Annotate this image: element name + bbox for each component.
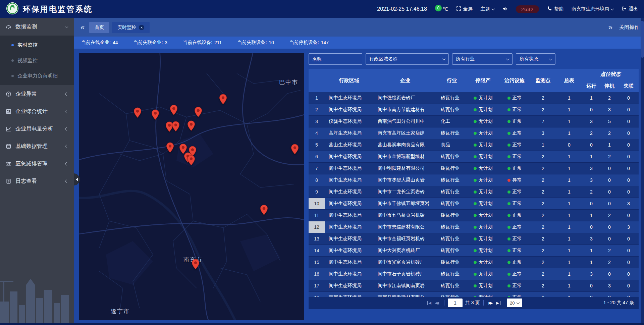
table-row[interactable]: 12阆中生态环境局阆中市忠信建材有限公砖瓦行业无计划正常21003 [309,221,639,233]
map-pin[interactable] [133,107,142,119]
map-pin[interactable] [187,120,195,132]
table-row[interactable]: 11阆中生态环境局阆中市五马桥页岩机砖砖瓦行业无计划正常21120 [309,210,639,221]
sidebar-item-base-data[interactable]: 基础数据管理 [0,138,74,155]
last-page-button[interactable]: ▶ [496,301,501,305]
app-logo [6,2,19,16]
table-row[interactable]: 6阆中生态环境局阆中市金博瑞新型墙材砖瓦行业无计划正常21120 [309,151,639,163]
scroll-tabs-left-button[interactable]: « [78,24,87,31]
cell-facility: 正常 [499,186,530,198]
scrollbar-thumb[interactable] [641,21,644,58]
status-select[interactable]: 所有状态 [516,53,555,65]
alert-count-badge[interactable]: 2632 [516,5,539,13]
chevron-down-icon [506,57,509,60]
status-dot-green-icon [507,202,511,205]
map-pin[interactable] [219,94,227,106]
cell-offline: 0 [619,139,639,151]
table-row[interactable]: 15阆中生态环境局阆中市光富页岩机砖厂砖瓦行业无计划正常21120 [309,257,639,268]
sidebar-item-video-monitoring[interactable]: 视频监控 [0,53,74,68]
map-pin[interactable] [166,142,174,154]
page-size-select[interactable]: 20 [507,299,522,307]
announcement-button[interactable] [502,6,508,12]
cell-meter: 1 [556,268,582,280]
fullscreen-button[interactable]: 全屏 [456,6,473,12]
map-pin[interactable] [194,107,202,119]
table-row[interactable]: 2阆中生态环境局阆中市南方节能建材有砖瓦行业无计划正常21030 [309,104,639,116]
chevron-down-icon [611,7,614,10]
sidebar-item-enterprise-statistics[interactable]: 企业综合统计 [0,103,74,120]
table-row[interactable]: 3仪陇生态环境局西南油气田分公司川中化工无计划正常71350 [309,116,639,127]
close-operations-button[interactable]: 关闭操作 [619,24,639,31]
industry-select[interactable]: 所有行业 [452,53,513,65]
table-row[interactable]: 17阆中生态环境局阆中市江南镇阆南页岩砖瓦行业无计划正常21030 [309,280,639,292]
table-row[interactable]: 13阆中生态环境局阆中市金福旺页岩机砖砖瓦行业无计划正常21300 [309,233,639,245]
cell-meter: 1 [556,198,582,209]
sidebar-item-power-load-detail[interactable]: 企业电力负荷明细 [0,68,74,84]
table-row[interactable]: 16阆中生态环境局阆中市石子页岩机砖厂砖瓦行业无计划正常21300 [309,268,639,280]
table-row[interactable]: 10阆中生态环境局阆中市千佛镇五郎垭页岩砖瓦行业无计划正常21003 [309,198,639,210]
cell-monitor: 2 [530,104,556,115]
first-page-button[interactable]: ◀ [427,301,431,305]
table-row[interactable]: 7阆中生态环境局阆中明阳建材有限公司砖瓦行业无计划正常21300 [309,163,639,174]
map-pin[interactable] [187,155,195,167]
map-pin[interactable] [151,109,159,121]
table-row[interactable]: 18南部生态环境局南部县宏发建材有限公砖瓦行业无计划正常21000 [309,292,639,297]
chevron-left-icon [65,110,68,113]
cell-company: 南充市高坪区王家店建 [374,127,437,139]
sidebar-item-emergency-reduction[interactable]: 应急减排管理 [0,155,74,172]
sidebar-item-power-analysis[interactable]: 企业用电量分析 [0,120,74,138]
region-select[interactable]: 行政区域名称 [366,53,449,65]
enterprise-table: 行政区域 企业 行业 停限产 治污设施 监测点 总表 点位状态 运行 停机 失联… [309,69,639,309]
tab-realtime-monitoring[interactable]: 实时监控× [112,22,150,33]
table-row[interactable]: 1阆中生态环境局阆中强锐页岩砖厂砖瓦行业无计划正常21120 [309,92,639,104]
cell-offline: 0 [619,92,639,104]
map-pin[interactable] [172,121,180,133]
scroll-tabs-right-button[interactable]: » [606,24,614,31]
cell-industry: 砖瓦行业 [437,104,467,115]
cell-region: 阆中生态环境局 [325,104,374,115]
cell-production: 无计划 [467,245,499,256]
next-page-button[interactable]: ▶▶ [489,301,493,305]
sidebar-item-realtime-monitoring[interactable]: 实时监控 [0,37,74,53]
table-row[interactable]: 4高坪生态环境局南充市高坪区王家店建砖瓦行业无计划正常31220 [309,127,639,139]
cell-running: 1 [582,210,600,221]
scrollbar-track[interactable] [641,18,644,325]
table-row[interactable]: 14阆中生态环境局阆中大兴页岩机砖厂砖瓦行业无计划正常21120 [309,245,639,257]
logout-button[interactable]: 退出 [622,6,638,12]
cell-meter: 1 [556,186,582,198]
bureau-dropdown[interactable]: 南充市生态环境局 [572,6,613,12]
sidebar-item-enterprise-abnormal[interactable]: 企业异常 [0,85,74,103]
close-icon[interactable]: × [139,25,144,30]
table-row[interactable]: 9阆中生态环境局阆中市二龙长宝页岩砖砖瓦行业无计划正常21200 [309,186,639,198]
status-dot-green-icon [507,132,511,135]
cell-stopped: 0 [600,198,619,209]
cell-region: 阆中生态环境局 [325,198,374,209]
theme-dropdown[interactable]: 主题 [481,6,494,12]
cell-running: 1 [582,92,600,104]
cell-region: 营山生态环境局 [325,139,374,151]
name-input[interactable] [309,53,362,65]
map-pin[interactable] [192,259,200,271]
col-production: 停限产 [467,69,499,92]
temperature-unit: ℃ [443,6,448,12]
table-row[interactable]: 5营山生态环境局营山县润丰肉食品有限食品无计划正常10010 [309,139,639,151]
map-pin[interactable] [170,105,178,117]
sidebar-item-log-view[interactable]: 日志查看 [0,172,74,190]
map-panel[interactable]: 巴中市南充市遂宁市 [79,53,304,320]
help-button[interactable]: 帮助 [547,6,564,12]
page-input[interactable] [448,299,463,307]
cell-meter: 1 [556,221,582,233]
prev-page-button[interactable]: ◀◀ [435,301,439,305]
cell-production: 无计划 [467,139,499,151]
cell-region: 阆中生态环境局 [325,92,374,104]
cell-meter: 1 [556,92,582,104]
map-pin[interactable] [260,205,268,217]
tab-home[interactable]: 首页 [89,22,109,33]
sidebar-item-data-monitoring[interactable]: 数据监测 [0,18,74,36]
cell-offline: 0 [619,245,639,256]
speaker-icon [502,6,508,12]
cell-facility: 异常 [499,174,530,186]
chevron-left-icon [65,127,68,130]
table-row[interactable]: 8阆中生态环境局阆中市枣碧大梁山页岩砖瓦行业无计划异常21300 [309,174,639,186]
map-pin[interactable] [291,144,299,156]
status-dot-green-icon [474,226,477,229]
